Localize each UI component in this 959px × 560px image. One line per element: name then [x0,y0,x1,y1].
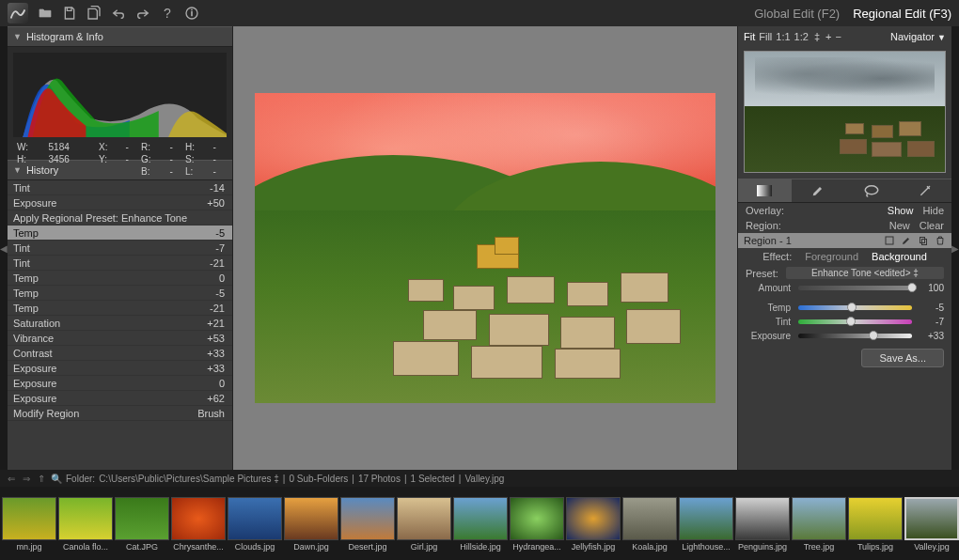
zoom-in-icon[interactable]: + [825,31,831,42]
thumbnail[interactable]: mn.jpg [2,497,56,552]
history-item[interactable]: Temp-5 [8,226,232,241]
overlay-show[interactable]: Show [888,205,914,216]
navigator-preview[interactable] [744,51,946,173]
navigator-label[interactable]: Navigator ▼ [890,31,946,42]
region-item[interactable]: Region - 1 [738,233,951,248]
thumbnail-label: Girl.jpg [397,542,451,552]
zoom-fill[interactable]: Fill [759,31,772,42]
thumbnail[interactable]: Tree.jpg [792,497,846,552]
thumbnail[interactable]: Lighthouse... [679,497,733,552]
thumbnail-label: Penguins.jpg [735,542,790,552]
thumbnail-image [171,497,226,540]
histogram-header[interactable]: ▼Histogram & Info [8,26,232,47]
region-copy-icon[interactable] [918,235,929,246]
sb-current: Valley.jpg [464,474,504,484]
save-icon[interactable] [62,6,77,21]
slider-exposure[interactable]: Exposure +33 [738,329,951,343]
save-all-icon[interactable] [86,6,102,21]
history-item[interactable]: Modify RegionBrush [8,406,232,421]
status-bar: ⇐ ⇒ ⇑ 🔍 Folder: C:\Users\Public\Pictures… [0,470,959,487]
history-item[interactable]: Exposure+62 [8,391,232,406]
panel-right-collapse[interactable]: ▶ [951,26,959,470]
slider-amount[interactable]: Amount 100 [738,281,951,295]
history-item[interactable]: Exposure+50 [8,195,232,210]
redo-icon[interactable] [135,6,150,21]
region-delete-icon[interactable] [935,235,946,246]
thumbnail[interactable]: Chrysanthe... [171,497,226,552]
tool-brush-icon[interactable] [792,179,845,202]
sb-fwd-icon[interactable]: ⇒ [21,473,32,484]
zoom-1-2[interactable]: 1:2 [794,31,809,42]
history-item[interactable]: Tint-21 [8,256,232,271]
thumbnail[interactable]: Koala.jpg [622,497,677,552]
zoom-1-1[interactable]: 1:1 [776,31,790,42]
sb-search-icon[interactable]: 🔍 [51,473,62,484]
sb-folder-path[interactable]: C:\Users\Public\Pictures\Sample Pictures… [99,474,279,484]
thumbnail[interactable]: Desert.jpg [340,497,395,552]
thumbnail[interactable]: Penguins.jpg [735,497,790,552]
sb-up-icon[interactable]: ⇑ [36,473,47,484]
slider-tint[interactable]: Tint -7 [738,315,951,329]
right-panel: Fit Fill 1:1 1:2 ‡ + − Navigator ▼ [737,26,951,470]
mode-global-edit[interactable]: Global Edit (F2) [754,7,840,21]
history-item[interactable]: Exposure0 [8,376,232,391]
chevron-down-icon: ▼ [937,33,946,42]
thumbnail[interactable]: Hillside.jpg [453,497,508,552]
history-item[interactable]: Vibrance+53 [8,331,232,346]
overlay-label: Overlay: [746,205,784,216]
zoom-fit[interactable]: Fit [744,31,755,42]
history-item[interactable]: Tint-14 [8,180,232,195]
zoom-out-icon[interactable]: − [835,31,841,42]
history-item[interactable]: Temp0 [8,271,232,286]
svg-point-3 [865,186,878,194]
thumbnail[interactable]: Clouds.jpg [228,497,282,552]
help-icon[interactable]: ? [160,6,175,21]
tool-gradient-icon[interactable] [738,179,792,202]
thumbnail-label: Valley.jpg [904,542,959,552]
tool-lasso-icon[interactable] [845,179,899,202]
panel-left-collapse[interactable]: ◀ [0,26,8,470]
tool-wand-icon[interactable] [898,179,951,202]
history-item[interactable]: Temp-21 [8,301,232,316]
mode-regional-edit[interactable]: Regional Edit (F3) [853,7,951,21]
region-new[interactable]: New [889,220,910,231]
preset-select[interactable]: Enhance Tone <edited> ‡ [786,267,944,279]
effect-background[interactable]: Background [872,251,927,262]
history-item[interactable]: Contrast+33 [8,346,232,361]
thumbnail-label: Tree.jpg [792,542,846,552]
open-folder-icon[interactable] [38,6,53,21]
sb-selected: 1 Selected [411,474,455,484]
thumbnail[interactable]: Valley.jpg [904,497,959,552]
info-icon[interactable]: i [184,6,199,21]
slider-temp[interactable]: Temp -5 [738,301,951,315]
undo-icon[interactable] [111,6,126,21]
history-item-label: Contrast [13,348,53,359]
thumbnail-label: Clouds.jpg [228,542,282,552]
history-item[interactable]: Apply Regional Preset: Enhance Tone [8,210,232,226]
history-item[interactable]: Tint-7 [8,241,232,256]
region-row-opts: Region: NewClear [738,218,951,233]
thumbnail[interactable]: Tulips.jpg [848,497,903,552]
svg-text:i: i [191,8,193,18]
region-visibility-icon[interactable] [884,235,895,246]
region-clear[interactable]: Clear [920,220,944,231]
overlay-hide[interactable]: Hide [922,205,944,216]
effect-foreground[interactable]: Foreground [805,251,858,262]
filmstrip[interactable]: mn.jpgCanola flo...Cat.JPGChrysanthe...C… [0,487,959,560]
history-item-value: Brush [197,408,225,419]
history-item[interactable]: Temp-5 [8,286,232,301]
thumbnail[interactable]: Dawn.jpg [284,497,338,552]
thumbnail[interactable]: Cat.JPG [115,497,169,552]
save-as-button[interactable]: Save As... [861,349,944,367]
history-item-value: -14 [210,182,225,194]
thumbnail[interactable]: Jellyfish.jpg [566,497,621,552]
sb-back-icon[interactable]: ⇐ [6,473,17,484]
region-edit-icon[interactable] [901,235,912,246]
thumbnail[interactable]: Girl.jpg [397,497,451,552]
history-item[interactable]: Saturation+21 [8,316,232,331]
thumbnail[interactable]: Hydrangea... [510,497,564,552]
thumbnail[interactable]: Canola flo... [58,497,113,552]
thumbnail-label: Hydrangea... [510,542,564,552]
image-canvas[interactable] [233,26,737,470]
history-item[interactable]: Exposure+33 [8,361,232,376]
